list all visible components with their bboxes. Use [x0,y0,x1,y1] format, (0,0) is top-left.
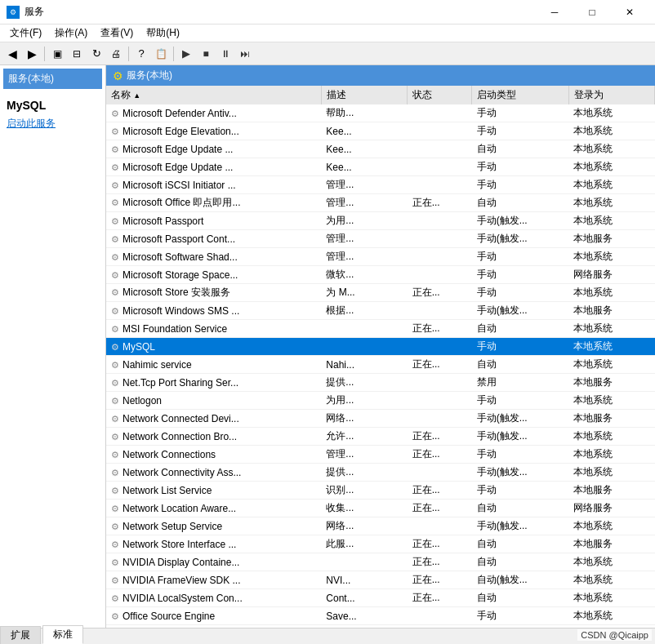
service-name-cell: ⚙Microsoft Office 即点即用... [106,194,321,212]
service-login-cell: 本地系统 [568,428,654,446]
service-status-cell [408,607,472,625]
tab-expand[interactable]: 扩展 [0,626,41,644]
play-button[interactable]: ▶ [177,45,195,63]
table-row[interactable]: ⚙Microsoft iSCSI Initiator ...管理...手动本地系… [106,176,655,194]
table-row[interactable]: ⚙Nahimic serviceNahi...正在...自动本地系统 [106,356,655,374]
service-start-cell: 手动(触发... [472,464,569,482]
minimize-button[interactable]: ─ [536,0,573,24]
gear-icon: ⚙ [111,360,119,370]
service-start-cell: 自动 [472,535,569,553]
menu-view[interactable]: 查看(V) [94,24,140,42]
table-row[interactable]: ⚙Microsoft Software Shad...管理...手动本地系统 [106,248,655,266]
service-login-cell: 网络服务 [568,500,654,517]
gear-icon: ⚙ [111,593,119,603]
table-row[interactable]: ⚙Microsoft Windows SMS ...根据...手动(触发...本… [106,302,655,320]
table-row[interactable]: ⚙Microsoft Storage Space...微软...手动网络服务 [106,266,655,284]
service-name-cell: ⚙Network Connectivity Ass... [106,464,321,482]
service-desc-cell: 网络... [321,517,407,535]
up-button[interactable]: ⊟ [68,45,86,63]
table-row[interactable]: ⚙NVIDIA Display Containe...正在...自动本地系统 [106,553,655,571]
menu-file[interactable]: 文件(F) [3,24,48,42]
export-button[interactable]: 🖨 [107,45,125,63]
service-status-cell [408,140,472,158]
table-row[interactable]: ⚙Microsoft Store 安装服务为 M...正在...手动本地系统 [106,284,655,302]
stop-button[interactable]: ■ [197,45,215,63]
service-login-cell: 本地系统 [568,122,654,140]
help-button[interactable]: ? [132,45,150,63]
table-row[interactable]: ⚙MySQL手动本地系统 [106,338,655,356]
maximize-button[interactable]: □ [573,0,611,24]
gear-icon: ⚙ [111,234,119,244]
col-header-start[interactable]: 启动类型 [472,86,569,104]
left-panel-header: 服务(本地) [3,69,102,89]
service-login-cell: 本地系统 [568,140,654,158]
pause-button[interactable]: ⏸ [216,45,234,63]
col-header-login[interactable]: 登录为 [568,86,654,104]
service-desc-cell: 管理... [321,176,407,194]
table-row[interactable]: ⚙Network Connections管理...正在...手动本地系统 [106,446,655,464]
table-row[interactable]: ⚙Microsoft Office 即点即用...管理...正在...自动本地系… [106,194,655,212]
service-desc-cell: 收集... [321,500,407,517]
table-row[interactable]: ⚙Microsoft Edge Elevation...Kee...手动本地系统 [106,122,655,140]
menu-help[interactable]: 帮助(H) [140,24,186,42]
refresh-button[interactable]: ↻ [87,45,105,63]
forward-button[interactable]: ▶ [23,45,41,63]
table-row[interactable]: ⚙Network Connectivity Ass...提供...手动(触发..… [106,464,655,482]
service-name-cell: ⚙Network Setup Service [106,517,321,535]
gear-icon: ⚙ [111,486,119,495]
service-start-cell: 手动 [472,446,569,464]
services-table-container[interactable]: 名称 ▲ 描述 状态 启动类型 登录为 ⚙Microsoft Defender … [106,86,655,628]
table-row[interactable]: ⚙MSI Foundation Service正在...自动本地系统 [106,320,655,338]
service-start-cell: 手动 [472,266,569,284]
titlebar: ⚙ 服务 ─ □ ✕ [0,0,655,24]
service-login-cell: 本地系统 [568,571,654,589]
table-row[interactable]: ⚙Network Connected Devi...网络...手动(触发...本… [106,410,655,428]
table-row[interactable]: ⚙NVIDIA LocalSystem Con...Cont...正在...自动… [106,589,655,607]
table-row[interactable]: ⚙Network Setup Service网络...手动(触发...本地系统 [106,517,655,535]
service-desc-cell: 管理... [321,248,407,266]
gear-icon: ⚙ [111,450,119,460]
service-status-cell: 正在... [408,553,472,571]
service-start-cell: 手动 [472,104,569,122]
tab-standard[interactable]: 标准 [42,625,83,644]
table-row[interactable]: ⚙Microsoft Passport Cont...管理...手动(触发...… [106,230,655,248]
col-header-status[interactable]: 状态 [408,86,472,104]
service-desc-cell: Cont... [321,589,407,607]
service-login-cell: 本地服务 [568,482,654,500]
watermark: CSDN @Qicaipp [577,629,652,641]
table-row[interactable]: ⚙Network Store Interface ...此服...正在...自动… [106,535,655,553]
show-hide-button[interactable]: ▣ [48,45,66,63]
table-row[interactable]: ⚙Microsoft Edge Update ...Kee...手动本地系统 [106,158,655,176]
table-row[interactable]: ⚙Network Connection Bro...允许...正在...手动(触… [106,428,655,446]
titlebar-left: ⚙ 服务 [7,5,44,19]
service-status-cell: 正在... [408,500,472,517]
service-name-cell: ⚙Microsoft Passport [106,212,321,230]
back-button[interactable]: ◀ [3,45,21,63]
table-row[interactable]: ⚙Network List Service识别...正在...手动本地服务 [106,482,655,500]
service-name-cell: ⚙Office Source Engine [106,607,321,625]
service-desc-cell: 网络... [321,410,407,428]
table-row[interactable]: ⚙Network Location Aware...收集...正在...自动网络… [106,500,655,517]
col-header-name[interactable]: 名称 ▲ [106,86,321,104]
toolbar-sep1 [44,47,45,61]
service-start-cell: 手动(触发... [472,428,569,446]
table-row[interactable]: ⚙Netlogon为用...手动本地系统 [106,392,655,410]
service-start-cell: 自动 [472,194,569,212]
table-row[interactable]: ⚙Office Source EngineSave...手动本地系统 [106,607,655,625]
table-row[interactable]: ⚙Net.Tcp Port Sharing Ser...提供...禁用本地服务 [106,374,655,392]
gear-icon: ⚙ [111,144,119,154]
close-button[interactable]: ✕ [611,0,648,24]
sort-arrow-name: ▲ [133,91,140,100]
table-row[interactable]: ⚙Microsoft Passport为用...手动(触发...本地系统 [106,212,655,230]
restart-button[interactable]: ⏭ [236,45,254,63]
col-header-desc[interactable]: 描述 [321,86,407,104]
service-login-cell: 本地系统 [568,338,654,356]
panel-header-icon: ⚙ [113,69,123,82]
start-service-link[interactable]: 启动此服务 [3,115,102,132]
properties-button[interactable]: 📋 [152,45,170,63]
menu-action[interactable]: 操作(A) [48,24,94,42]
table-row[interactable]: ⚙NVIDIA FrameView SDK ...NVI...正在...自动(触… [106,571,655,589]
table-row[interactable]: ⚙Microsoft Defender Antiv...帮助...手动本地系统 [106,104,655,122]
table-row[interactable]: ⚙Microsoft Edge Update ...Kee...自动本地系统 [106,140,655,158]
bottom-tabs: 扩展 标准 [0,628,655,644]
